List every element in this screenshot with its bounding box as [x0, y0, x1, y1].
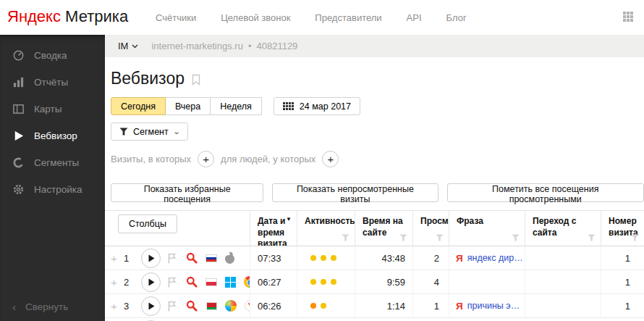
column-pageviews[interactable]: Просм [412, 211, 449, 246]
counter-selector[interactable]: IM [118, 41, 138, 51]
visit-datetime-cell: 06:26 [250, 294, 297, 317]
activity-cell [297, 270, 355, 293]
windows-orb-icon [225, 300, 237, 312]
site-url[interactable]: internet-marketings.ru [151, 41, 242, 51]
phrase-cell [449, 270, 525, 293]
mark-flag-icon[interactable] [167, 253, 177, 264]
add-favorite-button[interactable]: + [111, 276, 124, 288]
column-activity[interactable]: Активность [297, 211, 355, 246]
column-phrase[interactable]: Фраза [449, 211, 525, 246]
sidebar-item-label: Вебвизор [34, 130, 77, 141]
chevron-down-icon [132, 44, 138, 49]
filter-funnel-icon[interactable] [512, 234, 520, 241]
search-icon [186, 252, 198, 264]
row-controls: + 3 Y [105, 294, 250, 317]
table-header: Столбцы Дата и время визита ▼ Активность… [105, 211, 644, 246]
sidebar-collapse-button[interactable]: ‹ Свернуть [12, 301, 68, 312]
segment-button[interactable]: Сегмент ⌄ [111, 122, 188, 141]
nav-api[interactable]: API [407, 12, 422, 23]
mark-flag-icon[interactable] [167, 301, 177, 312]
top-header: Яндекс Метрика Счётчики Целевой звонок П… [0, 0, 644, 35]
table-row: + 1 07:33 43:48 2 Я яндекс директ [105, 246, 644, 270]
sort-desc-icon[interactable]: ▼ [286, 216, 292, 223]
phrase-link[interactable]: яндекс директ [467, 253, 525, 263]
funnel-icon [119, 128, 128, 136]
nav-target-call[interactable]: Целевой звонок [221, 12, 290, 23]
sidebar-item-label: Отчёты [34, 77, 68, 88]
filter-funnel-icon[interactable] [588, 234, 596, 241]
sidebar-item-maps[interactable]: Карты [0, 96, 105, 122]
show-favorite-visits-button[interactable]: Показать избранные посещения [111, 183, 263, 202]
main-content: Вебвизор Сегодня Вчера Неделя 24 мар 201… [105, 57, 644, 321]
column-referrer-site[interactable]: Переход с сайта [525, 211, 601, 246]
show-unwatched-visits-button[interactable]: Показать непросмотренные визиты [272, 183, 438, 202]
visit-number-cell: 1 [601, 270, 644, 293]
column-visit-number[interactable]: Номер визита [601, 211, 644, 246]
yandex-search-icon: Я [456, 253, 463, 264]
add-visit-condition-button[interactable]: + [198, 151, 214, 167]
chevron-left-icon: ‹ [12, 302, 16, 312]
yandex-search-icon: Я [456, 301, 463, 312]
nav-blog[interactable]: Блог [446, 12, 467, 23]
tab-week[interactable]: Неделя [210, 97, 262, 115]
sidebar: Сводка Отчёты Карты Вебвизор Сегменты На… [0, 35, 105, 321]
time-on-site-cell: 1:14 [355, 294, 412, 317]
column-time-on-site[interactable]: Время на сайте [355, 211, 412, 246]
mark-all-watched-button[interactable]: Пометить все посещения просмотренными [447, 183, 644, 202]
sidebar-item-segments[interactable]: Сегменты [0, 149, 105, 176]
phrase-link[interactable]: причины эффект… [467, 301, 525, 311]
add-people-condition-button[interactable]: + [322, 151, 339, 167]
date-picker-button[interactable]: 24 мар 2017 [274, 97, 360, 115]
filter-funnel-icon[interactable] [399, 234, 407, 241]
row-controls: + 2 [105, 270, 250, 293]
sidebar-item-webvisor[interactable]: Вебвизор [0, 122, 105, 149]
page-title-text: Вебвизор [111, 69, 185, 88]
visit-number-cell: 1 [601, 246, 644, 270]
logo-product: Метрика [61, 7, 128, 25]
segments-icon [12, 157, 25, 169]
bookmark-icon[interactable] [192, 74, 200, 86]
windows-icon [225, 277, 236, 288]
date-label: 24 мар 2017 [300, 101, 351, 112]
counter-id: 40821129 [256, 41, 297, 51]
flag-belarus-icon [206, 302, 217, 310]
yandex-metrika-logo[interactable]: Яндекс Метрика [7, 7, 128, 27]
nav-counters[interactable]: Счётчики [156, 12, 196, 23]
flag-poland-icon [206, 278, 217, 286]
top-nav: Счётчики Целевой звонок Представители AP… [156, 0, 467, 35]
sidebar-item-settings[interactable]: Настройка [0, 176, 105, 203]
filter-funnel-icon[interactable] [342, 234, 349, 241]
play-visit-button[interactable] [141, 249, 161, 268]
tab-today[interactable]: Сегодня [111, 97, 166, 115]
sidebar-item-label: Сегменты [34, 157, 79, 168]
pageviews-cell: 4 [412, 270, 449, 293]
gauge-icon [12, 49, 25, 62]
play-icon [148, 302, 155, 310]
columns-button[interactable]: Столбцы [118, 214, 177, 233]
yandex-browser-icon: Y [245, 300, 250, 312]
mark-flag-icon[interactable] [167, 277, 177, 288]
tab-yesterday[interactable]: Вчера [165, 97, 211, 115]
sidebar-item-label: Настройка [34, 184, 82, 195]
nav-representatives[interactable]: Представители [315, 12, 381, 23]
activity-cell [297, 294, 355, 317]
counter-short-name: IM [118, 41, 128, 51]
bulk-actions: Показать избранные посещения Показать не… [111, 183, 644, 202]
add-favorite-button[interactable]: + [111, 252, 124, 264]
table-row: + 3 Y 06:26 1:14 1 Я причины эффект… [105, 294, 644, 318]
visit-attribute-icons: Y [186, 300, 250, 312]
search-icon [186, 276, 198, 288]
row-number: 2 [124, 277, 138, 288]
filter-funnel-icon[interactable] [436, 234, 444, 241]
table-row-partial [105, 318, 644, 321]
play-visit-button[interactable] [141, 272, 161, 292]
filter-funnel-icon[interactable] [631, 234, 639, 241]
sidebar-item-summary[interactable]: Сводка [0, 42, 105, 69]
play-visit-button[interactable] [141, 296, 161, 316]
apps-grid-icon[interactable] [623, 12, 635, 23]
add-favorite-button[interactable]: + [111, 300, 124, 312]
column-visit-datetime[interactable]: Дата и время визита ▼ [250, 211, 297, 246]
sidebar-item-reports[interactable]: Отчёты [0, 69, 105, 96]
page-title: Вебвизор [111, 69, 644, 88]
visits-hint: Визиты, в которых [111, 154, 191, 164]
